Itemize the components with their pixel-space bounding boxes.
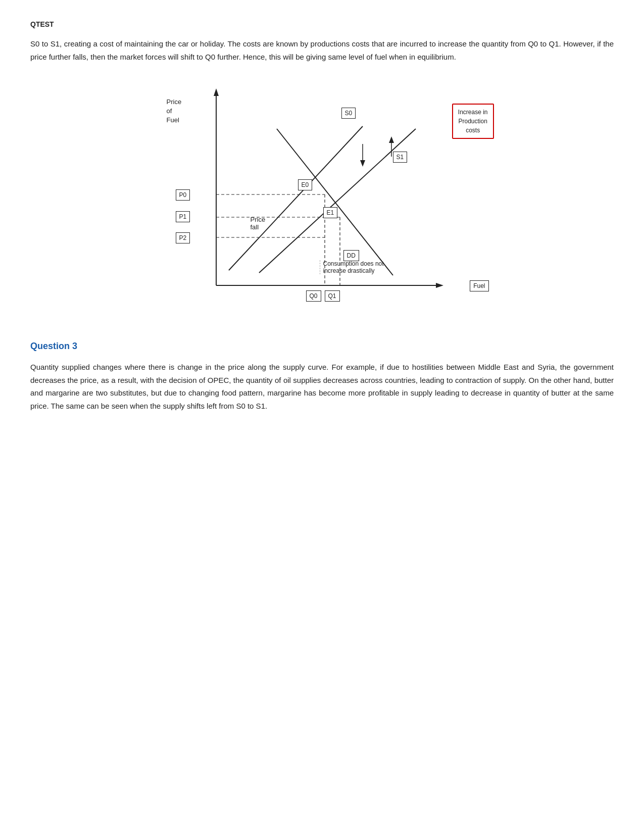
intro-paragraph: S0 to S1, creating a cost of maintaining… xyxy=(30,37,614,63)
svg-marker-1 xyxy=(214,88,219,96)
question3-paragraph: Quantity supplied changes where there is… xyxy=(30,361,614,412)
svg-marker-13 xyxy=(360,160,365,167)
diagram-wrapper: Price of Fuel Fuel S0 S1 E0 E1 P0 P1 P2 … xyxy=(145,78,499,321)
s0-label: S0 xyxy=(341,108,356,119)
e0-label: E0 xyxy=(298,179,313,190)
q1-label: Q1 xyxy=(325,290,340,302)
consumption-label: Consumption does not increase drasticall… xyxy=(320,260,384,274)
p2-label: P2 xyxy=(176,232,190,243)
q0-label: Q0 xyxy=(306,290,321,302)
question3-heading: Question 3 xyxy=(30,341,614,352)
svg-line-5 xyxy=(259,129,416,273)
supply-demand-chart xyxy=(145,78,499,321)
s1-label: S1 xyxy=(393,152,408,163)
p1-label: P1 xyxy=(176,211,190,222)
svg-marker-3 xyxy=(436,283,443,288)
diagram-container: Price of Fuel Fuel S0 S1 E0 E1 P0 P1 P2 … xyxy=(30,78,614,321)
dd-label: DD xyxy=(343,250,359,261)
document-header: QTEST xyxy=(30,20,614,28)
svg-line-4 xyxy=(229,126,363,270)
increase-production-costs-label: Increase in Production costs xyxy=(452,104,494,139)
y-axis-label: Price of Fuel xyxy=(167,97,182,125)
price-fall-label: Price fall xyxy=(251,216,266,231)
svg-line-6 xyxy=(277,129,393,275)
svg-marker-15 xyxy=(389,136,394,143)
p0-label: P0 xyxy=(176,189,190,201)
x-axis-label: Fuel xyxy=(470,280,488,291)
e1-label: E1 xyxy=(323,207,338,218)
